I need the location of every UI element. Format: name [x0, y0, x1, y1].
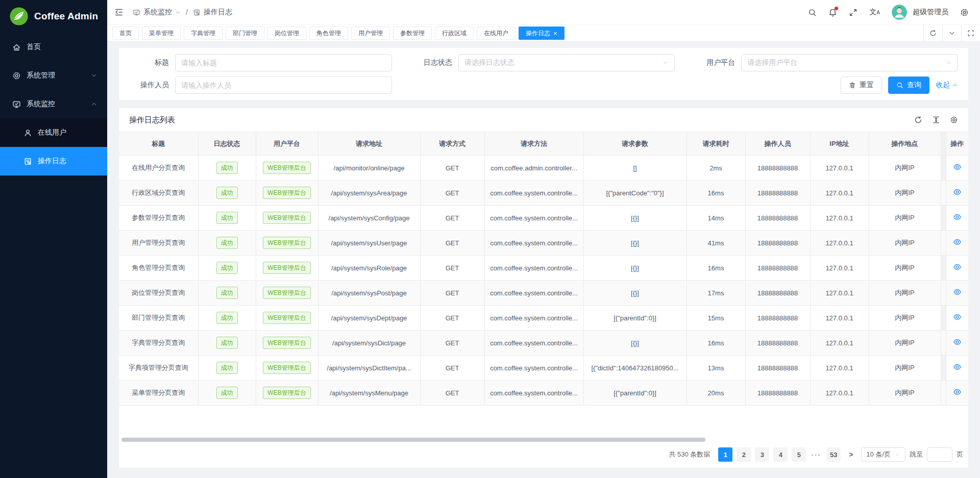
- close-icon[interactable]: ×: [553, 30, 557, 37]
- view-detail-button[interactable]: [953, 188, 962, 196]
- tab-10[interactable]: 操作日志×: [519, 27, 565, 40]
- cell-params: [{}]: [583, 281, 687, 306]
- view-detail-button[interactable]: [953, 288, 962, 296]
- search-button[interactable]: 查询: [888, 77, 929, 94]
- tabs-menu-chevron-icon[interactable]: [942, 25, 961, 41]
- page-button-1[interactable]: 1: [718, 447, 732, 462]
- refresh-tabs-icon[interactable]: [923, 25, 942, 41]
- tab-label: 用户管理: [358, 29, 383, 38]
- view-detail-button[interactable]: [953, 238, 962, 246]
- view-detail-button[interactable]: [953, 263, 962, 271]
- table-empty-space: [119, 406, 968, 437]
- view-detail-button[interactable]: [953, 388, 962, 396]
- page-button-2[interactable]: 2: [737, 447, 751, 462]
- user-platform-select[interactable]: 请选择用户平台: [741, 54, 958, 71]
- logo-leaf-icon: [9, 7, 29, 26]
- cell-action: [946, 331, 968, 356]
- cell-operator: 18888888888: [745, 356, 810, 381]
- sidebar-nav: 首页系统管理系统监控在线用户操作日志: [0, 33, 107, 175]
- breadcrumb-item-log[interactable]: 操作日志: [193, 8, 232, 17]
- search-icon: [896, 82, 903, 89]
- log-table-card: 操作日志列表 标题日志状态用户平台请求地址请求方式请求方法请求参数请求耗时操作人…: [119, 108, 968, 468]
- refresh-table-icon[interactable]: [914, 116, 922, 124]
- tab-label: 在线用户: [484, 29, 508, 38]
- page-button-53[interactable]: 53: [826, 447, 841, 462]
- jump-label: 跳至: [910, 450, 923, 459]
- cell-action: [946, 231, 968, 256]
- menu-fold-icon[interactable]: [114, 8, 124, 17]
- tab-6[interactable]: 用户管理: [351, 27, 390, 40]
- sidebar-subitem[interactable]: 在线用户: [0, 118, 107, 147]
- avatar[interactable]: [892, 5, 907, 20]
- jump-page-input[interactable]: [927, 447, 952, 462]
- cell-action: [946, 156, 968, 181]
- notification-bell-icon[interactable]: [828, 8, 837, 17]
- cell-operator: 18888888888: [745, 206, 810, 231]
- title-field-label: 标题: [129, 58, 175, 67]
- tab-label: 字典管理: [191, 29, 215, 38]
- tab-7[interactable]: 参数管理: [393, 27, 432, 40]
- translate-icon[interactable]: 文A: [869, 8, 880, 17]
- cell-params: [{}]: [583, 256, 687, 281]
- horizontal-scrollbar-thumb[interactable]: [121, 438, 705, 442]
- tab-4[interactable]: 岗位管理: [267, 27, 306, 40]
- view-detail-button[interactable]: [953, 338, 962, 346]
- cell-operator: 18888888888: [745, 256, 810, 281]
- maximize-icon[interactable]: [961, 25, 980, 41]
- collapse-form-link[interactable]: 收起: [936, 81, 958, 90]
- reset-button[interactable]: 重置: [841, 77, 882, 94]
- scrollbar-gutter: [941, 331, 946, 356]
- tab-1[interactable]: 菜单管理: [142, 27, 181, 40]
- cell-url: /api/system/sysRole/page: [318, 256, 420, 281]
- settings-gear-icon[interactable]: [960, 8, 969, 17]
- tab-label: 菜单管理: [149, 29, 174, 38]
- cell-status: 成功: [198, 231, 256, 256]
- fullscreen-icon[interactable]: [849, 8, 857, 17]
- sidebar-item[interactable]: 首页: [0, 33, 107, 61]
- sidebar-item[interactable]: 系统监控: [0, 90, 107, 118]
- tab-5[interactable]: 角色管理: [309, 27, 348, 40]
- status-field-label: 日志状态: [412, 58, 458, 67]
- sidebar-item-label: 系统监控: [27, 99, 55, 109]
- cell-params: [{}]: [583, 331, 687, 356]
- breadcrumb: 系统监控 / 操作日志: [133, 8, 232, 17]
- operator-field-label: 操作人员: [129, 81, 175, 90]
- view-detail-button[interactable]: [953, 363, 962, 371]
- tab-label: 部门管理: [233, 29, 257, 38]
- page-button-3[interactable]: 3: [755, 447, 769, 462]
- search-icon[interactable]: [808, 8, 817, 17]
- title-input[interactable]: [181, 55, 386, 71]
- home-icon: [12, 43, 21, 52]
- tab-8[interactable]: 行政区域: [435, 27, 474, 40]
- sidebar-item[interactable]: 系统管理: [0, 61, 107, 90]
- cell-method: GET: [420, 156, 484, 181]
- user-icon: [23, 129, 32, 137]
- platform-tag: WEB管理后台: [263, 212, 310, 224]
- cell-url: /api/system/sysUser/page: [318, 231, 420, 256]
- sidebar-subitem[interactable]: 操作日志: [0, 147, 107, 175]
- tab-0[interactable]: 首页: [112, 27, 139, 40]
- view-detail-button[interactable]: [953, 213, 962, 221]
- tab-2[interactable]: 字典管理: [184, 27, 223, 40]
- pagination-total: 共 530 条数据: [669, 450, 710, 459]
- operator-input[interactable]: [181, 77, 386, 93]
- search-form-card: 标题 日志状态 请选择日志状态 用户平台 请选择用户平台: [119, 48, 968, 100]
- page-button-4[interactable]: 4: [773, 447, 788, 462]
- log-status-select[interactable]: 请选择日志状态: [458, 54, 675, 71]
- cell-handler: com.coffee.system.controlle...: [484, 331, 583, 356]
- breadcrumb-item-monitor[interactable]: 系统监控: [133, 8, 181, 17]
- cell-status: 成功: [198, 256, 256, 281]
- page-button-5[interactable]: 5: [792, 447, 806, 462]
- row-density-icon[interactable]: [932, 116, 940, 124]
- next-page-button[interactable]: >: [845, 447, 857, 462]
- cell-title: 行政区域分页查询: [119, 181, 198, 206]
- user-name[interactable]: 超级管理员: [913, 8, 948, 17]
- tab-9[interactable]: 在线用户: [477, 27, 516, 40]
- view-detail-button[interactable]: [953, 313, 962, 321]
- sidebar-submenu: 在线用户操作日志: [0, 118, 107, 175]
- column-settings-icon[interactable]: [950, 116, 958, 124]
- tab-3[interactable]: 部门管理: [226, 27, 264, 40]
- topbar-actions: 文A 超级管理员: [808, 5, 969, 20]
- view-detail-button[interactable]: [953, 163, 962, 171]
- page-size-select[interactable]: 10 条/页: [861, 447, 905, 462]
